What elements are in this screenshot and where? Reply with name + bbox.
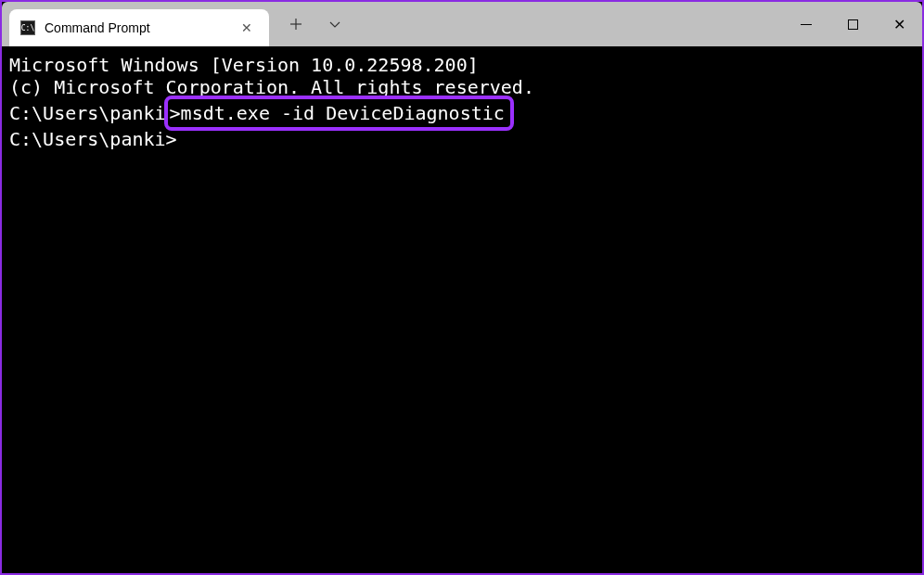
terminal-output[interactable]: Microsoft Windows [Version 10.0.22598.20… xyxy=(2,46,922,573)
tab-area: C:\ Command Prompt ✕ xyxy=(2,2,269,46)
version-line: Microsoft Windows [Version 10.0.22598.20… xyxy=(9,54,915,76)
command-line-1: C:\Users\panki>msdt.exe -id DeviceDiagno… xyxy=(9,98,915,128)
tab-dropdown-button[interactable] xyxy=(319,8,351,40)
cmd-icon: C:\ xyxy=(20,20,35,35)
window-controls: ✕ xyxy=(783,2,922,46)
terminal-window: C:\ Command Prompt ✕ xyxy=(2,2,922,573)
tab-controls xyxy=(269,2,351,46)
minimize-icon xyxy=(801,24,812,25)
tab-command-prompt[interactable]: C:\ Command Prompt ✕ xyxy=(9,9,269,46)
tab-close-button[interactable]: ✕ xyxy=(236,19,258,37)
highlighted-command: >msdt.exe -id DeviceDiagnostic xyxy=(164,96,514,131)
minimize-button[interactable] xyxy=(783,6,829,43)
prompt-prefix: C:\Users\panki xyxy=(9,102,166,124)
maximize-button[interactable] xyxy=(829,6,876,43)
close-button[interactable]: ✕ xyxy=(876,6,922,43)
maximize-icon xyxy=(848,19,858,30)
chevron-down-icon xyxy=(327,17,342,32)
tab-title: Command Prompt xyxy=(45,20,226,35)
plus-icon xyxy=(289,17,303,32)
cmd-icon-label: C:\ xyxy=(21,24,34,32)
new-tab-button[interactable] xyxy=(280,8,312,40)
titlebar-drag-area[interactable] xyxy=(351,2,783,46)
titlebar: C:\ Command Prompt ✕ xyxy=(2,2,922,46)
prompt-line-2: C:\Users\panki> xyxy=(9,128,915,150)
close-icon: ✕ xyxy=(893,16,905,33)
